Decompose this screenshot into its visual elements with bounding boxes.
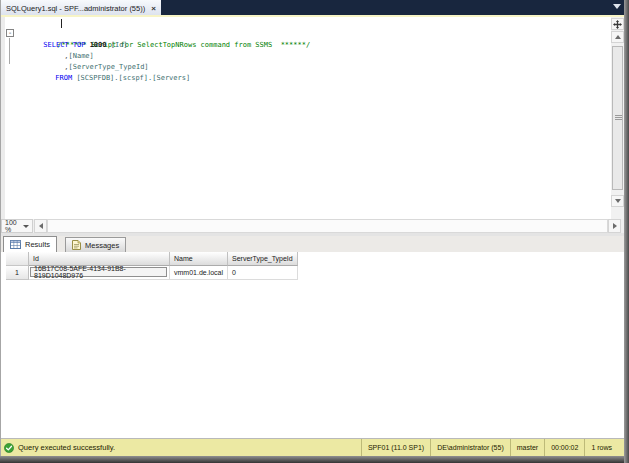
row-header-1[interactable]: 1 bbox=[6, 266, 29, 280]
zoom-level-value: 100 % bbox=[5, 219, 23, 233]
sql-identifier: [SCSPFDB].[scspf].[Servers] bbox=[76, 74, 190, 82]
zoom-level-dropdown[interactable]: 100 % bbox=[1, 219, 33, 233]
status-message-group: Query executed successfully. bbox=[0, 443, 115, 453]
outline-guide-line bbox=[9, 38, 10, 64]
window-border-bottom bbox=[0, 456, 629, 463]
column-header-servertype[interactable]: ServerType_TypeId bbox=[228, 252, 298, 266]
selected-cell[interactable]: 16B17C08-5AFE-4134-91B8-819D1048D976 bbox=[30, 267, 167, 277]
scroll-down-icon[interactable] bbox=[611, 195, 624, 207]
horizontal-scrollbar-track[interactable] bbox=[47, 219, 608, 233]
status-rowcount: 1 rows bbox=[584, 439, 618, 456]
status-right-segments: SPF01 (11.0 SP1) DE\administrator (55) m… bbox=[361, 439, 624, 456]
editor-vertical-scrollbar[interactable] bbox=[611, 17, 624, 219]
ssms-query-window: SQLQuery1.sql - SPF...administrator (55)… bbox=[0, 0, 629, 463]
messages-note-icon bbox=[72, 240, 81, 250]
column-header-id[interactable]: Id bbox=[29, 252, 170, 266]
results-pane: Results Messages Id Name ServerType_Type… bbox=[1, 236, 624, 438]
status-database: master bbox=[510, 439, 544, 456]
chevron-down-icon[interactable] bbox=[613, 4, 621, 9]
editor-indicator-margin bbox=[1, 17, 5, 219]
grid-corner-header[interactable] bbox=[6, 252, 29, 266]
tab-results-label: Results bbox=[25, 240, 50, 249]
cell-servertype[interactable]: 0 bbox=[228, 266, 298, 280]
status-user: DE\administrator (55) bbox=[430, 439, 510, 456]
editor-bottom-bar: 100 % bbox=[1, 219, 624, 233]
document-tab-strip: SQLQuery1.sql - SPF...administrator (55)… bbox=[0, 0, 624, 15]
scroll-up-icon[interactable] bbox=[611, 31, 624, 43]
status-server: SPF01 (11.0 SP1) bbox=[361, 439, 430, 456]
text-caret bbox=[61, 19, 62, 28]
pan-scroll-icon[interactable] bbox=[611, 18, 624, 30]
cell-name[interactable]: vmm01.de.local bbox=[170, 266, 228, 280]
sql-identifier: [Id] bbox=[107, 41, 128, 49]
code-line-5: FROM [SCSPFDB].[scspf].[Servers] bbox=[30, 62, 190, 95]
results-tab-strip: Results Messages bbox=[1, 236, 624, 252]
success-check-icon bbox=[4, 443, 14, 453]
results-grid-icon bbox=[10, 240, 21, 249]
tab-sqlquery1[interactable]: SQLQuery1.sql - SPF...administrator (55)… bbox=[1, 0, 161, 15]
tab-messages[interactable]: Messages bbox=[65, 237, 126, 252]
status-duration: 00:00:02 bbox=[544, 439, 584, 456]
status-bar: Query executed successfully. SPF01 (11.0… bbox=[0, 439, 624, 456]
cell-id[interactable]: 16B17C08-5AFE-4134-91B8-819D1048D976 bbox=[29, 266, 170, 280]
column-header-name[interactable]: Name bbox=[170, 252, 228, 266]
outline-collapse-icon[interactable]: - bbox=[6, 29, 14, 37]
sql-editor[interactable]: - /****** Script for SelectTopNRows comm… bbox=[1, 17, 611, 219]
chevron-down-icon bbox=[23, 225, 29, 228]
window-border-left bbox=[0, 0, 1, 456]
thumb-grip bbox=[615, 115, 622, 121]
sql-keyword: FROM bbox=[55, 74, 76, 82]
status-message: Query executed successfully. bbox=[18, 443, 115, 452]
tab-title: SQLQuery1.sql - SPF...administrator (55)… bbox=[6, 2, 145, 15]
scroll-right-icon[interactable] bbox=[608, 219, 621, 233]
tab-results[interactable]: Results bbox=[3, 236, 57, 252]
scrollbar-thumb[interactable] bbox=[612, 46, 623, 190]
scroll-left-icon[interactable] bbox=[34, 219, 47, 233]
tab-messages-label: Messages bbox=[85, 241, 119, 250]
close-icon[interactable]: × bbox=[151, 2, 156, 15]
window-border-right bbox=[624, 0, 629, 463]
